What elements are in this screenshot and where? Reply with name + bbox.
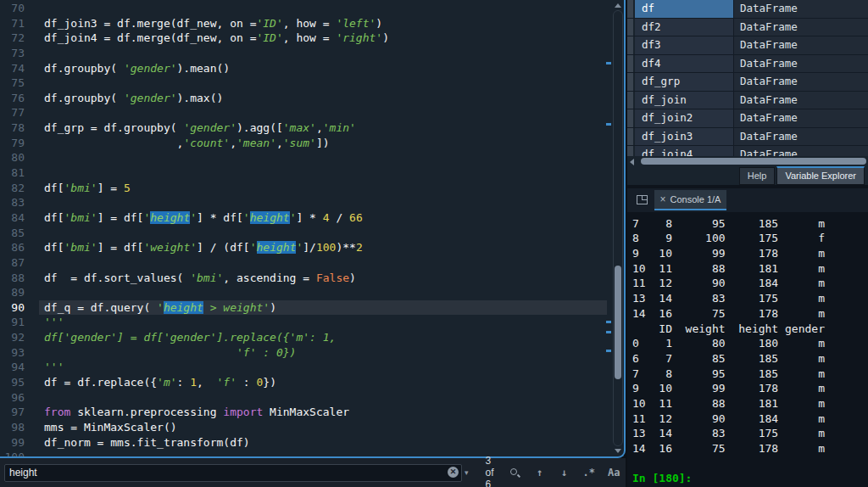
variable-explorer-horizontal-scrollbar[interactable] (627, 156, 868, 166)
variable-row[interactable]: df_grpDataFrame (627, 73, 868, 92)
code-line[interactable]: 73 (0, 46, 624, 61)
code-line[interactable]: 77 (0, 105, 624, 120)
code-line[interactable]: 94''' (0, 360, 624, 375)
code-line[interactable]: 71df_join3 = df.merge(df_new, on ='ID', … (0, 16, 624, 31)
code-line[interactable]: 76df.groupby( 'gender').max() (0, 91, 624, 106)
console-prompt[interactable]: In [180]: (632, 471, 868, 486)
regex-icon[interactable]: .* (583, 467, 595, 479)
line-number[interactable]: 83 (0, 195, 25, 210)
console-output-area[interactable]: 6 7 85 185 m7 8 95 185 m8 9 100 175 f9 1… (627, 212, 868, 487)
code-line[interactable]: 70 (0, 1, 624, 16)
editor-lines[interactable]: 7071df_join3 = df.merge(df_new, on ='ID'… (0, 1, 624, 458)
search-input[interactable] (4, 464, 462, 482)
code-line[interactable]: 74df.groupby( 'gender').mean() (0, 61, 624, 76)
code-line[interactable]: 88df = df.sort_values( 'bmi', ascending … (0, 271, 624, 286)
line-number[interactable]: 100 (0, 450, 25, 458)
code-token: ] = df[ (97, 241, 144, 254)
code-line[interactable]: 96 (0, 390, 624, 406)
code-line[interactable]: 82df['bmi'] = 5 (0, 181, 624, 196)
browse-tabs-icon[interactable] (637, 195, 648, 204)
code-line[interactable]: 93 'f' : 0}) (0, 345, 624, 361)
line-number[interactable]: 71 (0, 16, 25, 31)
tab-console-1a[interactable]: ×Console 1/A (654, 190, 726, 210)
code-line[interactable]: 79 ,'count','mean','sum']) (0, 136, 624, 151)
line-number[interactable]: 92 (0, 330, 25, 345)
code-line[interactable]: 97from sklearn.preprocessing import MinM… (0, 405, 624, 420)
code-line[interactable]: 85 (0, 226, 624, 241)
console-output-line: 10 11 88 181 m (632, 261, 868, 277)
line-number[interactable]: 73 (0, 46, 25, 61)
search-history-dropdown-icon[interactable]: ▾ (465, 468, 469, 477)
code-line[interactable]: 98mms = MinMaxScaler() (0, 420, 624, 435)
variable-row[interactable]: df2DataFrame (627, 19, 868, 37)
line-number[interactable]: 72 (0, 31, 25, 46)
code-line[interactable]: 100 (0, 450, 624, 458)
find-previous-icon[interactable]: ↑ (534, 467, 546, 479)
code-line[interactable]: 78df_grp = df.groupby( 'gender').agg(['m… (0, 120, 624, 136)
variable-name: df2 (635, 19, 734, 36)
code-line[interactable]: 95df = df.replace({'m': 1, 'f' : 0}) (0, 375, 624, 390)
line-number[interactable]: 76 (0, 91, 25, 106)
line-number[interactable]: 81 (0, 165, 25, 181)
code-token: 'gender' (183, 121, 236, 134)
line-number[interactable]: 95 (0, 375, 25, 390)
line-number[interactable]: 79 (0, 136, 25, 151)
variable-row[interactable]: df_joinDataFrame (627, 92, 868, 110)
line-number[interactable]: 70 (0, 1, 25, 16)
code-line[interactable]: 92df['gender'] = df['gender'].replace({'… (0, 330, 624, 345)
scrollbar-thumb[interactable] (615, 266, 621, 379)
code-line[interactable]: 89 (0, 285, 624, 300)
variable-row[interactable]: df_join4DataFrame (627, 146, 868, 156)
line-number[interactable]: 86 (0, 240, 25, 255)
hscroll-left-arrow-icon[interactable] (630, 159, 634, 165)
scrollbar-track[interactable] (613, 10, 623, 446)
line-number[interactable]: 99 (0, 435, 25, 451)
scrollbar-up-arrow-icon[interactable] (615, 3, 621, 8)
line-number[interactable]: 98 (0, 420, 25, 435)
line-number[interactable]: 96 (0, 390, 25, 406)
clear-search-icon[interactable]: ✕ (448, 467, 459, 478)
line-number[interactable]: 87 (0, 255, 25, 271)
line-number[interactable]: 80 (0, 150, 25, 165)
hscroll-thumb[interactable] (641, 158, 866, 165)
line-number[interactable]: 84 (0, 210, 25, 226)
variable-row[interactable]: df4DataFrame (627, 55, 868, 74)
scrollbar-down-arrow-icon[interactable] (615, 449, 621, 453)
line-number[interactable]: 82 (0, 181, 25, 196)
close-tab-icon[interactable]: × (660, 193, 666, 205)
code-line[interactable]: 81 (0, 165, 624, 181)
code-line[interactable]: 83 (0, 195, 624, 210)
code-line[interactable]: 75 (0, 76, 624, 91)
variable-row[interactable]: df3DataFrame (627, 36, 868, 55)
line-number[interactable]: 89 (0, 285, 25, 300)
code-line[interactable]: 72df_join4 = df.merge(df_new, on ='ID', … (0, 31, 624, 46)
line-number[interactable]: 93 (0, 345, 25, 361)
variable-row[interactable]: df_join2DataFrame (627, 109, 868, 128)
code-line[interactable]: 99df_norm = mms.fit_transform(df) (0, 435, 624, 451)
code-line[interactable]: 90df_q = df.query( 'height > weight') (0, 300, 624, 316)
line-number[interactable]: 75 (0, 76, 25, 91)
tab-variable-explorer[interactable]: Variable Explorer (776, 166, 865, 185)
code-line[interactable]: 80 (0, 150, 624, 165)
line-number[interactable]: 88 (0, 271, 25, 286)
line-number[interactable]: 94 (0, 360, 25, 375)
variable-row[interactable]: dfDataFrame (627, 0, 868, 19)
search-match-flag (606, 123, 611, 126)
code-line[interactable]: 86df['bmi'] = df['weight'] / (df['height… (0, 240, 624, 255)
case-sensitive-icon[interactable]: Aa (608, 467, 620, 479)
tab-help[interactable]: Help (739, 167, 776, 185)
code-line[interactable]: 84df['bmi'] = df['height'] * df['height'… (0, 210, 624, 226)
magnifier-icon[interactable] (509, 467, 521, 479)
code-line[interactable]: 91''' (0, 315, 624, 330)
variable-row[interactable]: df_join3DataFrame (627, 128, 868, 147)
line-number[interactable]: 90 (0, 300, 25, 316)
code-line[interactable]: 87 (0, 255, 624, 271)
editor-vertical-scrollbar[interactable] (612, 0, 624, 455)
line-number[interactable]: 74 (0, 61, 25, 76)
line-number[interactable]: 97 (0, 405, 25, 420)
line-number[interactable]: 78 (0, 120, 25, 136)
line-number[interactable]: 85 (0, 226, 25, 241)
line-number[interactable]: 91 (0, 315, 25, 330)
line-number[interactable]: 77 (0, 105, 25, 120)
find-next-icon[interactable]: ↓ (559, 467, 570, 479)
